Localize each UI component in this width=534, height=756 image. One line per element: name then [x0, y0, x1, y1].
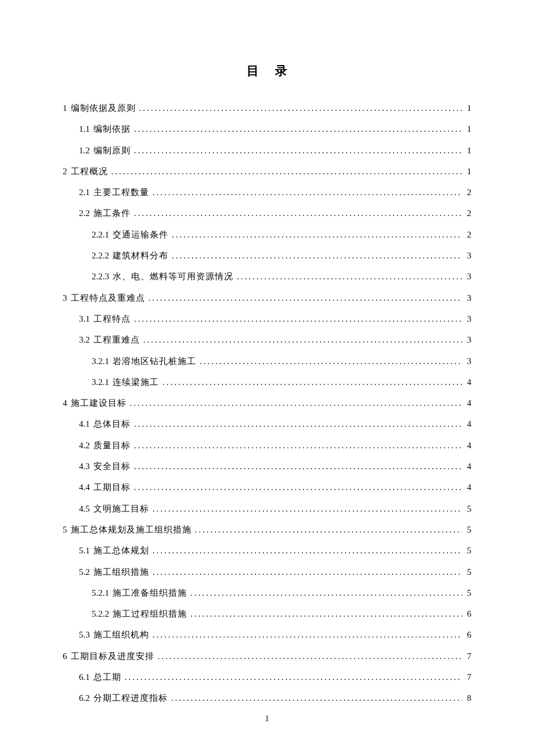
- toc-entry-label: 连续梁施工: [113, 372, 159, 393]
- toc-leader-dots: [111, 161, 463, 182]
- toc-entry-page: 6: [464, 624, 471, 645]
- toc-leader-dots: [237, 266, 462, 287]
- toc-entry-number: 6: [63, 646, 67, 667]
- toc-entry-label: 工程重难点: [93, 329, 140, 350]
- toc-entry-page: 1: [464, 98, 471, 118]
- toc-entry: 3.2.1岩溶地区钻孔桩施工3: [63, 351, 471, 372]
- toc-entry-number: 4.1: [79, 413, 90, 434]
- toc-entry: 2.2.2建筑材料分布3: [63, 245, 471, 266]
- toc-entry-page: 2: [464, 182, 471, 203]
- toc-entry: 3工程特点及重难点3: [63, 287, 471, 308]
- toc-entry: 4.3安全目标4: [63, 456, 471, 477]
- toc-leader-dots: [134, 203, 462, 224]
- toc-entry: 5.2.2施工过程组织措施6: [63, 603, 471, 624]
- toc-entry-number: 5.1: [79, 540, 90, 561]
- toc-entry-page: 4: [464, 456, 471, 477]
- toc-leader-dots: [134, 413, 462, 434]
- toc-entry-number: 6.1: [79, 667, 90, 687]
- toc-entry-label: 施工条件: [93, 203, 131, 224]
- toc-entry-page: 1: [464, 140, 471, 161]
- toc-leader-dots: [158, 646, 463, 667]
- toc-entry-page: 3: [464, 308, 471, 329]
- toc-entry-page: 2: [464, 203, 471, 224]
- toc-leader-dots: [130, 393, 463, 413]
- toc-leader-dots: [139, 98, 463, 118]
- toc-entry-label: 总工期: [93, 667, 121, 687]
- toc-entry-number: 6.2: [79, 687, 90, 708]
- toc-entry-label: 施工组织措施: [93, 561, 149, 582]
- toc-entry-label: 主要工程数量: [93, 182, 149, 203]
- toc-entry-number: 4.2: [79, 435, 90, 456]
- toc-entry: 5.1施工总体规划5: [63, 540, 471, 561]
- toc-entry-number: 5.3: [79, 624, 90, 645]
- toc-entry-label: 质量目标: [93, 435, 131, 456]
- toc-entry-page: 5: [464, 519, 471, 540]
- toc-entry-number: 4.3: [79, 456, 90, 477]
- toc-entry-page: 4: [464, 372, 471, 393]
- toc-entry: 1.2编制原则1: [63, 140, 471, 161]
- toc-entry: 3.2.1连续梁施工4: [63, 372, 471, 393]
- toc-entry-label: 建筑材料分布: [113, 245, 168, 266]
- toc-leader-dots: [134, 140, 462, 161]
- page-number: 1: [0, 714, 534, 723]
- toc-leader-dots: [172, 245, 462, 266]
- toc-leader-dots: [134, 308, 462, 329]
- toc-entry: 3.2工程重难点3: [63, 329, 471, 350]
- toc-entry: 2.2施工条件2: [63, 203, 471, 224]
- toc-entry-label: 水、电、燃料等可用资源情况: [113, 266, 233, 287]
- toc-entry: 2.2.1交通运输条件2: [63, 224, 471, 245]
- toc-entry-number: 3.2: [79, 329, 90, 350]
- toc-entry-page: 3: [464, 351, 471, 372]
- toc-leader-dots: [163, 372, 462, 393]
- toc-entry-label: 编制依据: [93, 118, 131, 139]
- toc-entry-label: 总体目标: [93, 413, 131, 434]
- toc-entry-number: 4: [63, 393, 67, 413]
- toc-entry-label: 施工准备组织措施: [113, 582, 187, 603]
- toc-leader-dots: [153, 498, 462, 519]
- toc-entry-number: 5.2.1: [92, 582, 109, 603]
- toc-entry-number: 5.2: [79, 561, 90, 582]
- toc-entry-label: 文明施工目标: [93, 498, 149, 519]
- toc-leader-dots: [153, 561, 462, 582]
- toc-list: 1编制依据及原则11.1编制依据11.2编制原则12工程概况12.1主要工程数量…: [63, 98, 471, 709]
- toc-entry: 6工期目标及进度安排7: [63, 646, 471, 667]
- toc-entry-page: 7: [464, 667, 471, 687]
- toc-entry-page: 4: [464, 413, 471, 434]
- toc-entry-number: 1: [63, 98, 67, 118]
- toc-entry: 5施工总体规划及施工组织措施5: [63, 519, 471, 540]
- toc-entry-number: 2.2.1: [92, 224, 109, 245]
- toc-entry-page: 3: [464, 287, 471, 308]
- toc-leader-dots: [190, 582, 462, 603]
- toc-entry-page: 2: [464, 224, 471, 245]
- toc-entry: 1.1编制依据1: [63, 118, 471, 139]
- toc-entry-page: 1: [464, 118, 471, 139]
- toc-entry-page: 8: [464, 687, 471, 708]
- toc-entry-number: 2.2: [79, 203, 90, 224]
- toc-entry-number: 2.2.3: [92, 266, 109, 287]
- toc-entry-label: 安全目标: [93, 456, 131, 477]
- toc-leader-dots: [190, 603, 462, 624]
- toc-entry: 4施工建设目标4: [63, 393, 471, 413]
- toc-leader-dots: [134, 435, 462, 456]
- toc-entry-label: 施工建设目标: [71, 393, 127, 413]
- toc-leader-dots: [134, 477, 462, 498]
- toc-entry-number: 3.2.1: [92, 372, 109, 393]
- toc-entry-number: 1.2: [79, 140, 90, 161]
- toc-entry-label: 工程特点及重难点: [71, 287, 145, 308]
- toc-entry-page: 1: [464, 161, 471, 182]
- toc-leader-dots: [153, 624, 462, 645]
- toc-entry-label: 工期目标及进度安排: [71, 646, 154, 667]
- toc-entry-page: 3: [464, 266, 471, 287]
- toc-leader-dots: [171, 687, 462, 708]
- toc-entry-label: 施工总体规划及施工组织措施: [71, 519, 192, 540]
- toc-leader-dots: [153, 182, 462, 203]
- toc-entry-number: 2.2.2: [92, 245, 109, 266]
- toc-entry-label: 施工组织机构: [93, 624, 149, 645]
- toc-entry: 2.1主要工程数量2: [63, 182, 471, 203]
- toc-entry: 5.2施工组织措施5: [63, 561, 471, 582]
- toc-entry: 6.1总工期7: [63, 667, 471, 687]
- toc-entry-number: 4.5: [79, 498, 90, 519]
- toc-entry-page: 4: [464, 435, 471, 456]
- toc-entry-page: 5: [464, 498, 471, 519]
- toc-leader-dots: [125, 667, 462, 687]
